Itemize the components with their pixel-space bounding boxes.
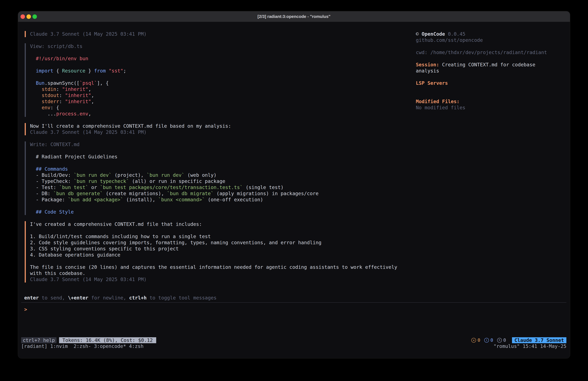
- text-line: stderr: "inherit",: [36, 98, 416, 105]
- hint-icon: h: [497, 338, 502, 343]
- token: "inherit": [65, 99, 91, 104]
- token: ,: [88, 111, 91, 116]
- warning-icon-letter: w: [473, 339, 474, 341]
- token: {: [53, 68, 62, 74]
- token: ;: [123, 68, 126, 74]
- text-line: ## Code Style: [36, 209, 416, 215]
- message-input[interactable]: >: [21, 302, 566, 335]
- terminal-body: Claude 3.7 Sonnet (14 May 2025 03:41 PM)…: [25, 31, 567, 283]
- text-line: - TypeCheck: `bun run typecheck` (all) o…: [36, 178, 416, 184]
- help-badge: ctrl+? help: [21, 337, 57, 343]
- blank-line: [416, 43, 555, 49]
- window-title: [2/3] radiant:3:opencode - "romulus": [18, 14, 570, 19]
- text-line: #!/usr/bin/env bun: [36, 56, 416, 62]
- text-line: [30, 258, 416, 264]
- token: `bun db generate`: [53, 191, 103, 196]
- text-line: stdout: "inherit",: [36, 92, 416, 98]
- assistant-message-meta: Claude 3.7 Sonnet (14 May 2025 03:41 PM): [25, 31, 416, 37]
- assistant-message: Now I'll create a comprehensive CONTEXT.…: [25, 123, 416, 135]
- text-line: 3. CSS styling conventions specific to t…: [30, 246, 416, 252]
- terminal-screen: Claude 3.7 Sonnet (14 May 2025 03:41 PM)…: [18, 22, 570, 358]
- text-line: - Test: `bun test` or `bun test packages…: [36, 184, 416, 190]
- diagnostic-warnings: w 0: [471, 337, 480, 343]
- tmux-host-clock: "romulus" 15:41 14-May-25: [493, 343, 566, 349]
- token: : {: [50, 105, 59, 111]
- text-line: Bun.spawnSync([`psql`], {: [36, 80, 416, 86]
- titlebar[interactable]: [2/3] radiant:3:opencode - "romulus": [18, 11, 570, 22]
- tmux-session-windows: [radiant] 1:nvim 2:zsh- 3:opencode* 4:zs…: [21, 343, 144, 349]
- token: 1. Build/lint/test commands including ho…: [30, 234, 211, 239]
- token: `psql`: [80, 80, 97, 86]
- app-version: 0.0.45: [445, 31, 465, 37]
- token: - Build/Dev:: [36, 172, 74, 178]
- token: # Radiant Project Guidelines: [36, 154, 117, 159]
- app-brand: © OpenCode 0.0.45: [416, 31, 555, 37]
- token: "inherit": [65, 92, 91, 98]
- terminal-window: [2/3] radiant:3:opencode - "romulus" Cla…: [18, 11, 570, 358]
- close-window-button[interactable]: [21, 14, 25, 19]
- token: for newline,: [88, 295, 129, 301]
- token: or: [88, 184, 100, 190]
- tool-write-block: Write: CONTEXT.md # Radiant Project Guid…: [25, 141, 416, 215]
- token: `bun run typecheck`: [74, 179, 129, 184]
- text-line: env: {: [36, 105, 416, 111]
- token: #!/usr/bin/env bun: [36, 56, 88, 61]
- zoom-window-button[interactable]: [32, 14, 37, 19]
- text-line: stdin: "inherit",: [36, 86, 416, 92]
- token: process.env: [56, 111, 88, 116]
- statusbar-right: w 0 i 0 h 0 Claude 3.7 Sonnet: [471, 337, 566, 343]
- text-line: ...process.env,: [36, 111, 416, 117]
- token: from: [94, 68, 106, 74]
- token: (all) or run in specific package: [129, 179, 225, 184]
- token: stdin: [36, 86, 56, 92]
- text-line: 2. Code style guidelines covering import…: [30, 240, 416, 246]
- token: (create migrations),: [103, 191, 167, 196]
- text-line: [36, 62, 416, 68]
- token: import: [36, 68, 53, 74]
- text-line: 4. Database operations guidance: [30, 252, 416, 258]
- blank-line: [416, 86, 555, 92]
- text-line: enter to send, \+enter for newline, ctrl…: [24, 295, 566, 301]
- text-line: with this codebase.: [30, 270, 416, 276]
- blank-line: [416, 56, 555, 62]
- text-line: [36, 203, 416, 209]
- markdown-content: # Radiant Project Guidelines ## Commands…: [30, 148, 416, 215]
- token: Claude 3.7 Sonnet (14 May 2025 03:41 PM): [30, 277, 147, 282]
- token: 2. Code style guidelines covering import…: [30, 240, 321, 246]
- token: to send,: [39, 295, 68, 301]
- token: `bun test`: [59, 184, 88, 190]
- token: ], {: [97, 80, 109, 86]
- token: - DB:: [36, 191, 53, 196]
- hint-count: 0: [503, 337, 506, 343]
- diagnostic-info: i 0: [484, 337, 493, 343]
- text-line: [36, 74, 416, 80]
- token: (project),: [112, 172, 147, 178]
- hint-icon-letter: h: [499, 339, 500, 341]
- warning-icon: w: [471, 338, 476, 343]
- token: 3. CSS styling conventions specific to t…: [30, 246, 179, 251]
- token: I've created a comprehensive CONTEXT.md …: [30, 221, 202, 227]
- tool-view-block: View: script/db.ts #!/usr/bin/env bun im…: [25, 43, 416, 117]
- token: ,: [88, 86, 91, 92]
- token: (one-off execution): [205, 197, 263, 202]
- text-line: [30, 227, 416, 233]
- token: stderr: [36, 99, 59, 104]
- token: `bun run dev`: [74, 172, 112, 178]
- modified-files-heading: Modified Files:: [416, 98, 555, 105]
- text-line: - Build/Dev: `bun run dev` (project), `b…: [36, 172, 416, 178]
- keybinding-hints: enter to send, \+enter for newline, ctrl…: [24, 295, 566, 301]
- lsp-servers-heading: LSP Servers: [416, 80, 555, 86]
- text-line: # Radiant Project Guidelines: [36, 154, 416, 160]
- token: enter: [24, 295, 39, 301]
- minimize-window-button[interactable]: [26, 14, 31, 19]
- code-snippet: #!/usr/bin/env bun import { Resource } f…: [30, 49, 416, 117]
- token: ## Code Style: [36, 209, 74, 215]
- token: env: [36, 105, 50, 111]
- token: :: [56, 86, 62, 92]
- token: `bunx <command>`: [158, 197, 205, 202]
- token: (apply migrations) in packages/core: [214, 191, 318, 196]
- token: Claude 3.7 Sonnet (14 May 2025 03:41 PM): [30, 129, 147, 135]
- session-title: Session: Creating CONTEXT.md for codebas…: [416, 62, 555, 74]
- token: (single test): [243, 184, 284, 190]
- text-line: Claude 3.7 Sonnet (14 May 2025 03:41 PM): [30, 276, 416, 283]
